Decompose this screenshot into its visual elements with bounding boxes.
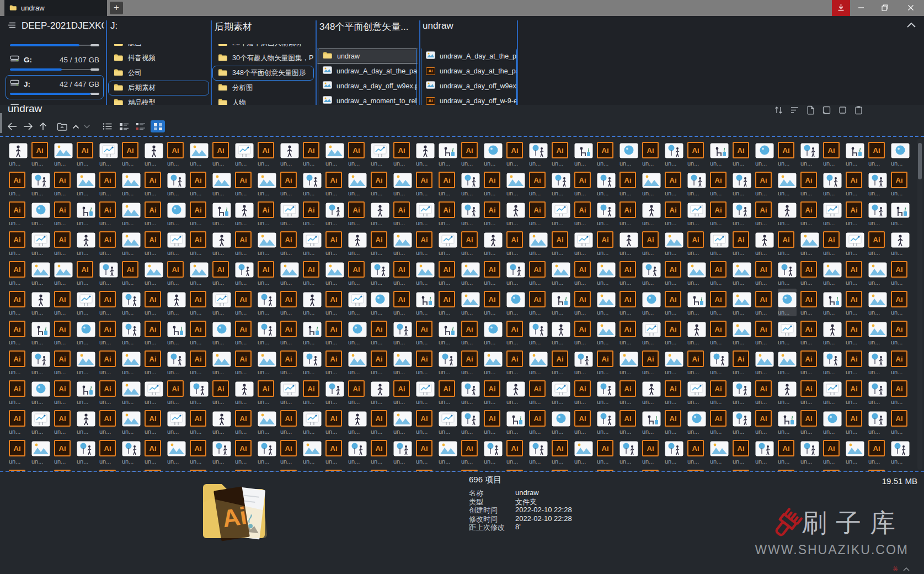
grid-file-image[interactable]: un...: [642, 259, 661, 286]
grid-file-image[interactable]: un...: [212, 467, 231, 471]
grid-file-ai[interactable]: Aiun...: [99, 438, 118, 465]
grid-file-image[interactable]: un...: [393, 348, 412, 376]
minimize-button[interactable]: [852, 0, 870, 16]
folder-item[interactable]: 抖音视频: [108, 51, 209, 66]
collapse-columns-chevron-icon[interactable]: [906, 20, 916, 30]
column-header[interactable]: DEEP-2021DJEXKC: [6, 16, 104, 31]
grid-file-image[interactable]: un...: [325, 199, 344, 227]
grid-file-ai[interactable]: Aiun...: [484, 408, 503, 435]
grid-file-ai[interactable]: Aiun...: [529, 408, 548, 435]
grid-file-ai[interactable]: Aiun...: [868, 140, 887, 167]
grid-file-ai[interactable]: Aiun...: [506, 438, 525, 465]
grid-file-ai[interactable]: Aiun...: [280, 348, 299, 376]
grid-file-image[interactable]: un...: [800, 438, 819, 465]
column-separator[interactable]: [106, 20, 107, 105]
grid-file-ai[interactable]: Aiun...: [145, 408, 163, 435]
column-header[interactable]: 后期素材: [212, 16, 314, 33]
grid-file-image[interactable]: un...: [31, 467, 50, 471]
grid-file-ai[interactable]: Aiun...: [145, 229, 163, 257]
grid-file-image[interactable]: un...: [687, 378, 706, 406]
grid-file-ai[interactable]: Aiun...: [280, 289, 299, 316]
grid-file-image[interactable]: un...: [687, 289, 706, 316]
grid-file-ai[interactable]: Aiun...: [755, 199, 774, 227]
grid-file-image[interactable]: un...: [348, 408, 367, 435]
grid-file-image[interactable]: un...: [190, 140, 209, 167]
grid-file-image[interactable]: un...: [710, 348, 729, 376]
grid-file-ai[interactable]: Aiun...: [371, 408, 389, 435]
grid-file-ai[interactable]: Aiun...: [619, 289, 638, 316]
grid-file-image[interactable]: un...: [868, 169, 887, 197]
grid-file-ai[interactable]: Aiun...: [371, 348, 389, 376]
grid-file-ai[interactable]: Aiun...: [145, 289, 163, 316]
grid-file-image[interactable]: un...: [597, 318, 616, 346]
grid-file-ai[interactable]: Aiun...: [99, 408, 118, 435]
grid-file-image[interactable]: un...: [235, 199, 254, 227]
grid-file-image[interactable]: un...: [439, 408, 457, 435]
grid-file-ai[interactable]: Aiun...: [439, 259, 457, 286]
grid-file-image[interactable]: un...: [800, 229, 819, 257]
grid-file-image[interactable]: un...: [529, 438, 548, 465]
grid-file-image[interactable]: un...: [710, 140, 729, 167]
grid-file-ai[interactable]: Aiun...: [642, 140, 661, 167]
grid-file-image[interactable]: un...: [687, 169, 706, 197]
grid-file-image[interactable]: un...: [529, 318, 548, 346]
grid-file-ai[interactable]: Aiun...: [868, 438, 887, 465]
grid-file-image[interactable]: un...: [506, 259, 525, 286]
grid-file-ai[interactable]: Aiun...: [710, 289, 729, 316]
grid-file-ai[interactable]: Aiun...: [778, 438, 797, 465]
grid-file-image[interactable]: un...: [167, 318, 186, 346]
grid-file-ai[interactable]: Aiun...: [9, 318, 28, 346]
grid-file-ai[interactable]: Aiun...: [597, 348, 616, 376]
grid-file-image[interactable]: un...: [755, 438, 774, 465]
grid-file-image[interactable]: un...: [416, 199, 435, 227]
grid-file-image[interactable]: un...: [461, 289, 480, 316]
grid-file-ai[interactable]: Aiun...: [235, 289, 254, 316]
grid-file-image[interactable]: un...: [235, 259, 254, 286]
grid-file-image[interactable]: un...: [846, 140, 864, 167]
grid-file-image[interactable]: un...: [77, 229, 95, 257]
grid-file-ai[interactable]: Aiun...: [54, 348, 73, 376]
grid-file-ai[interactable]: Aiun...: [393, 289, 412, 316]
download-button[interactable]: [832, 0, 850, 16]
grid-file-ai[interactable]: Aiun...: [190, 318, 209, 346]
grid-file-ai[interactable]: Aiun...: [416, 229, 435, 257]
grid-file-image[interactable]: un...: [122, 289, 141, 316]
grid-file-ai[interactable]: Aiun...: [891, 169, 910, 197]
grid-file-ai[interactable]: Aiun...: [235, 348, 254, 376]
grid-file-image[interactable]: un...: [212, 348, 231, 376]
drive-item[interactable]: G:45 / 107 GB: [6, 51, 104, 75]
sort-icon[interactable]: [773, 105, 783, 115]
grid-file-ai[interactable]: Aiun...: [371, 229, 389, 257]
grid-file-image[interactable]: un...: [167, 229, 186, 257]
grid-file-image[interactable]: un...: [891, 229, 910, 257]
grid-file-image[interactable]: un...: [778, 259, 797, 286]
grid-file-image[interactable]: un...: [122, 318, 141, 346]
grid-file-ai[interactable]: Aiun...: [642, 348, 661, 376]
grid-file-ai[interactable]: Aiun...: [325, 408, 344, 435]
path-collapse-chevron-icon[interactable]: [72, 120, 79, 133]
grid-file-ai[interactable]: Aiun...: [529, 289, 548, 316]
grid-file-image[interactable]: un...: [167, 438, 186, 465]
grid-file-image[interactable]: un...: [642, 169, 661, 197]
grid-file-ai[interactable]: Aiun...: [77, 140, 95, 167]
grid-file-ai[interactable]: Aiun...: [574, 169, 593, 197]
grid-file-ai[interactable]: Aiun...: [235, 467, 254, 471]
grid-file-ai[interactable]: Aiun...: [800, 169, 819, 197]
grid-file-image[interactable]: un...: [597, 259, 616, 286]
grid-file-ai[interactable]: Aiun...: [348, 259, 367, 286]
grid-file-ai[interactable]: Aiun...: [303, 140, 322, 167]
grid-file-image[interactable]: un...: [846, 438, 864, 465]
grid-file-image[interactable]: un...: [552, 289, 570, 316]
folder-item[interactable]: 分析图: [212, 81, 314, 95]
grid-file-image[interactable]: un...: [552, 199, 570, 227]
grid-file-image[interactable]: un...: [212, 318, 231, 346]
grid-file-ai[interactable]: Aiun...: [325, 229, 344, 257]
grid-file-ai[interactable]: Aiun...: [235, 229, 254, 257]
grid-file-image[interactable]: un...: [529, 229, 548, 257]
list-view-button[interactable]: [100, 120, 115, 132]
grid-file-image[interactable]: un...: [778, 378, 797, 406]
folder-item[interactable]: 348个平面创意矢量图形: [212, 66, 314, 81]
grid-file-image[interactable]: un...: [439, 438, 457, 465]
grid-file-image[interactable]: un...: [280, 199, 299, 227]
grid-file-ai[interactable]: Aiun...: [393, 378, 412, 406]
